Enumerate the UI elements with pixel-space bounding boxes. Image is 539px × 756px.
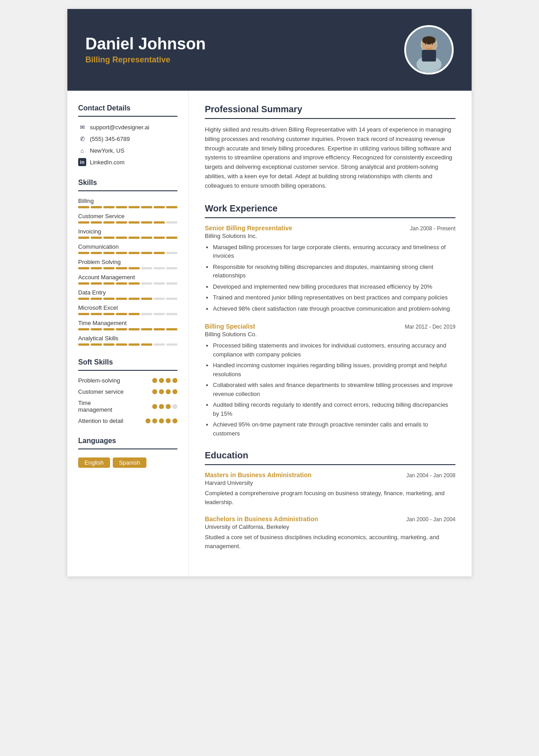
skill-bar-segment	[128, 313, 140, 315]
job-company: Billing Solutions Co.	[205, 331, 455, 338]
skill-bar-segment	[116, 328, 127, 330]
soft-skill-dot	[166, 389, 171, 394]
skill-bar-segment	[103, 252, 115, 254]
skill-item: Data Entry	[78, 289, 177, 300]
summary-divider	[205, 118, 455, 119]
job-date: Mar 2012 - Dec 2019	[405, 324, 455, 330]
edu-degree: Masters in Business Administration	[205, 471, 312, 479]
skill-bar-segment	[141, 313, 152, 315]
job-company: Billing Solutions Inc.	[205, 233, 455, 239]
skill-bar-segment	[116, 343, 127, 346]
skill-bar-segment	[78, 221, 89, 224]
languages-section: Languages EnglishSpanish	[78, 437, 177, 468]
soft-skill-dot	[152, 404, 157, 409]
skill-bar-segment	[166, 282, 177, 285]
skill-bar-segment	[128, 252, 140, 254]
contact-email-text: support@cvdesigner.ai	[90, 124, 149, 131]
skill-item: Microsoft Excel	[78, 304, 177, 315]
skill-name: Microsoft Excel	[78, 304, 177, 311]
edu-date: Jan 2004 - Jan 2008	[406, 472, 455, 479]
job-bullet: Processed billing statements and invoice…	[213, 341, 455, 359]
linkedin-icon: in	[78, 158, 86, 166]
skills-divider	[78, 190, 177, 191]
skill-bar-segment	[128, 206, 140, 208]
skills-section: Skills BillingCustomer ServiceInvoicingC…	[78, 179, 177, 346]
skill-bar-segment	[91, 298, 102, 300]
contact-section-title: Contact Details	[78, 104, 177, 112]
skill-bar-segment	[116, 206, 127, 208]
soft-skill-dot	[172, 378, 177, 383]
candidate-job-title: Billing Representative	[85, 55, 206, 65]
job-bullet: Trained and mentored junior billing repr…	[213, 293, 455, 302]
soft-skills-divider	[78, 370, 177, 371]
skill-bar-track	[78, 313, 177, 315]
skill-name: Account Management	[78, 274, 177, 281]
skill-bar-segment	[166, 298, 177, 300]
skill-name: Communication	[78, 243, 177, 250]
job-bullet: Responsible for resolving billing discre…	[213, 263, 455, 280]
soft-skill-dots	[152, 389, 177, 394]
skill-bar-segment	[91, 282, 102, 285]
skill-name: Problem Solving	[78, 259, 177, 265]
skill-bar-segment	[103, 237, 115, 239]
skill-bar-segment	[116, 282, 127, 285]
skill-bar-segment	[166, 313, 177, 315]
education-section: Education Masters in Business Administra…	[205, 450, 455, 550]
skill-bar-segment	[78, 313, 89, 315]
soft-skill-dot	[166, 418, 171, 423]
skill-item: Problem Solving	[78, 259, 177, 269]
contact-divider	[78, 116, 177, 117]
skill-bar-segment	[91, 252, 102, 254]
skill-bar-track	[78, 252, 177, 254]
soft-skill-dot	[172, 389, 177, 394]
skill-bar-segment	[154, 282, 165, 285]
home-icon: ⌂	[78, 146, 86, 154]
edu-description: Studied a core set of business disciplin…	[205, 533, 455, 550]
svg-point-6	[422, 36, 436, 44]
skill-bar-segment	[128, 298, 140, 300]
job-title: Billing Specialist	[205, 323, 255, 330]
skill-bar-segment	[91, 221, 102, 224]
skill-bar-segment	[103, 343, 115, 346]
skill-bar-segment	[78, 267, 89, 269]
skill-bar-segment	[128, 282, 140, 285]
skill-bar-segment	[78, 252, 89, 254]
skill-bar-track	[78, 206, 177, 208]
soft-skill-dot	[159, 418, 164, 423]
resume-body: Contact Details ✉ support@cvdesigner.ai …	[67, 91, 472, 576]
work-experience-section: Work Experience Senior Billing Represent…	[205, 203, 455, 438]
summary-text: Highly skilled and results-driven Billin…	[205, 125, 455, 191]
summary-section-title: Professional Summary	[205, 104, 455, 114]
soft-skill-name: Attention to detail	[78, 418, 123, 424]
skill-bar-segment	[128, 267, 140, 269]
svg-point-10	[432, 43, 433, 45]
edu-description: Completed a comprehensive program focusi…	[205, 489, 455, 506]
skill-bar-segment	[78, 206, 89, 208]
contact-location-text: NewYork, US	[90, 147, 124, 154]
soft-skill-dots	[152, 404, 177, 409]
soft-skill-item: Attention to detail	[78, 418, 177, 424]
skill-bar-segment	[91, 206, 102, 208]
skill-bar-segment	[166, 252, 177, 254]
skill-name: Analytical Skills	[78, 335, 177, 342]
skill-bar-segment	[154, 237, 165, 239]
edu-degree: Bachelors in Business Administration	[205, 515, 318, 523]
edu-school: University of California, Berkeley	[205, 523, 455, 530]
soft-skill-dot	[159, 404, 164, 409]
soft-skill-dot	[166, 378, 171, 383]
job-bullets: Managed billing processes for large corp…	[205, 243, 455, 313]
skill-bar-segment	[166, 221, 177, 224]
skill-name: Time Management	[78, 320, 177, 326]
work-divider	[205, 217, 455, 218]
skill-bar-segment	[141, 298, 152, 300]
candidate-name: Daniel Johnson	[85, 35, 206, 53]
skill-bar-segment	[78, 237, 89, 239]
soft-skill-item: Problem-solving	[78, 377, 177, 384]
svg-point-9	[425, 43, 427, 45]
contact-phone: ✆ (555) 345-6789	[78, 135, 177, 143]
languages-section-title: Languages	[78, 437, 177, 445]
header-left: Daniel Johnson Billing Representative	[85, 35, 206, 65]
skill-bar-segment	[116, 221, 127, 224]
soft-skill-dot	[166, 404, 171, 409]
resume-header: Daniel Johnson Billing Representative	[67, 9, 472, 91]
